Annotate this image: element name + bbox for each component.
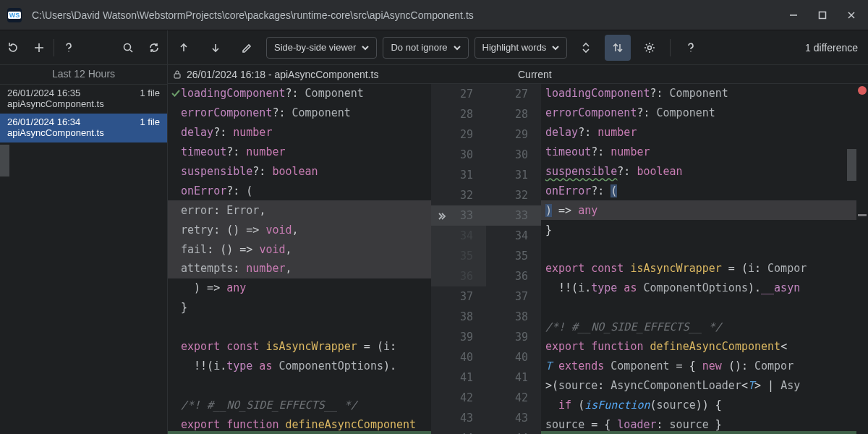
close-button[interactable] bbox=[846, 10, 856, 20]
code-line: delay?: number bbox=[168, 123, 431, 142]
code-line: onError?: ( bbox=[168, 181, 431, 200]
code-line: !!(i.type as ComponentOptions).__asyn bbox=[541, 278, 856, 298]
help-icon[interactable] bbox=[56, 35, 82, 61]
svg-rect-15 bbox=[174, 74, 180, 78]
code-line: /*! #__NO_SIDE_EFFECTS__ */ bbox=[168, 395, 431, 414]
highlight-mode-select[interactable]: Highlight words bbox=[475, 37, 568, 59]
revert-icon[interactable] bbox=[0, 35, 26, 61]
right-gutter: 272829303132333435363738394041424344 bbox=[486, 84, 541, 434]
app-icon: WS bbox=[7, 8, 22, 22]
code-line bbox=[168, 375, 431, 395]
line-number: 32 bbox=[486, 185, 541, 205]
line-number: 41 bbox=[431, 367, 486, 388]
history-sidebar: Last 12 Hours 26/01/2024 16:351 fileapiA… bbox=[0, 65, 168, 434]
viewer-mode-select[interactable]: Side-by-side viewer bbox=[266, 37, 377, 59]
code-line: if (isFunction(source)) { bbox=[541, 395, 856, 414]
left-code-pane[interactable]: loadingComponent?: Component errorCompon… bbox=[168, 84, 431, 434]
line-number: 40 bbox=[486, 347, 541, 367]
history-item[interactable]: 26/01/2024 16:351 fileapiAsyncComponent.… bbox=[0, 85, 167, 114]
marker-del[interactable] bbox=[858, 214, 867, 216]
sync-scroll-icon[interactable] bbox=[605, 35, 631, 61]
ignore-mode-select[interactable]: Do not ignore bbox=[383, 37, 468, 59]
next-diff-icon[interactable] bbox=[203, 35, 229, 61]
marker-strip[interactable] bbox=[856, 84, 868, 434]
diff-count: 1 difference bbox=[805, 42, 861, 54]
diff-header-row: 26/01/2024 16:18 - apiAsyncComponent.ts … bbox=[168, 65, 868, 84]
code-line: onError?: ( bbox=[541, 181, 856, 200]
line-number: 28 bbox=[486, 104, 541, 124]
line-number: 37 bbox=[431, 286, 486, 307]
main-area: Last 12 Hours 26/01/2024 16:351 fileapiA… bbox=[0, 65, 868, 434]
diff-header-right: Current bbox=[512, 69, 552, 80]
line-number: 35 bbox=[431, 246, 486, 266]
line-number: 38 bbox=[486, 307, 541, 327]
line-number: 33 bbox=[431, 205, 486, 226]
window-path: C:\Users\David Watson\WebstormProjects\c… bbox=[32, 9, 788, 21]
line-number: 37 bbox=[486, 286, 541, 307]
title-bar: WS C:\Users\David Watson\WebstormProject… bbox=[0, 0, 868, 30]
line-number: 44 bbox=[431, 428, 486, 434]
code-line: export function defineAsyncComponent< bbox=[541, 337, 856, 357]
diff-icon[interactable] bbox=[26, 35, 52, 61]
sidebar-resize-handle[interactable] bbox=[0, 145, 9, 176]
line-number: 31 bbox=[431, 165, 486, 185]
code-line: error: Error, bbox=[168, 200, 431, 220]
code-line: errorComponent?: Component bbox=[541, 103, 856, 123]
right-resize-handle[interactable] bbox=[847, 149, 856, 181]
code-line: >(source: AsyncComponentLoader<T> | Asy bbox=[541, 375, 856, 395]
left-gutter: 272829303132333435363738394041424344 bbox=[431, 84, 486, 434]
help-icon-2[interactable] bbox=[678, 35, 704, 61]
prev-diff-icon[interactable] bbox=[171, 35, 197, 61]
code-line: } bbox=[168, 298, 431, 318]
line-number: 36 bbox=[431, 266, 486, 286]
svg-point-13 bbox=[648, 46, 652, 49]
line-number: 30 bbox=[431, 145, 486, 165]
code-line: export const isAsyncWrapper = (i: bbox=[168, 337, 431, 357]
minimize-button[interactable] bbox=[788, 10, 799, 20]
code-line: suspensible?: boolean bbox=[168, 162, 431, 182]
svg-point-7 bbox=[124, 43, 131, 50]
code-line: retry: () => void, bbox=[168, 220, 431, 239]
edit-icon[interactable] bbox=[234, 35, 260, 61]
error-badge-icon[interactable] bbox=[858, 86, 867, 95]
code-line bbox=[541, 239, 856, 259]
toolbar: Side-by-side viewer Do not ignore Highli… bbox=[0, 30, 868, 65]
line-number: 31 bbox=[486, 165, 541, 185]
refresh-icon[interactable] bbox=[141, 35, 167, 61]
line-number: 33 bbox=[486, 205, 541, 226]
line-number: 39 bbox=[431, 327, 486, 347]
code-line: T extends Component = { new (): Compor bbox=[541, 356, 856, 375]
settings-icon[interactable] bbox=[637, 35, 663, 61]
line-number: 27 bbox=[486, 84, 541, 104]
code-line: ) => any bbox=[168, 278, 431, 298]
line-number: 41 bbox=[486, 367, 541, 388]
code-line: attempts: number, bbox=[168, 259, 431, 278]
collapse-unchanged-icon[interactable] bbox=[573, 35, 599, 61]
line-number: 42 bbox=[431, 388, 486, 408]
code-line bbox=[168, 318, 431, 337]
line-number: 35 bbox=[486, 246, 541, 266]
code-line: delay?: number bbox=[541, 123, 856, 142]
line-number: 28 bbox=[431, 104, 486, 124]
line-number: 30 bbox=[486, 145, 541, 165]
search-icon[interactable] bbox=[115, 35, 141, 61]
code-line: !!(i.type as ComponentOptions). bbox=[168, 356, 431, 375]
code-line: errorComponent?: Component bbox=[168, 103, 431, 123]
line-number: 43 bbox=[431, 408, 486, 428]
svg-point-6 bbox=[68, 51, 69, 51]
right-code-pane[interactable]: loadingComponent?: Component errorCompon… bbox=[541, 84, 856, 434]
line-number: 29 bbox=[431, 124, 486, 145]
history-item[interactable]: 26/01/2024 16:341 fileapiAsyncComponent.… bbox=[0, 114, 167, 142]
line-number: 43 bbox=[486, 408, 541, 428]
maximize-button[interactable] bbox=[817, 10, 827, 20]
code-line: ) => any bbox=[541, 200, 856, 220]
line-number: 36 bbox=[486, 266, 541, 286]
line-number: 38 bbox=[431, 307, 486, 327]
line-number: 29 bbox=[486, 124, 541, 145]
diff-header-left: 26/01/2024 16:18 - apiAsyncComponent.ts bbox=[168, 69, 512, 80]
sidebar-header: Last 12 Hours bbox=[0, 65, 167, 85]
line-number: 27 bbox=[431, 84, 486, 104]
line-number: 34 bbox=[431, 226, 486, 246]
code-line: fail: () => void, bbox=[168, 239, 431, 259]
svg-line-8 bbox=[130, 50, 132, 52]
